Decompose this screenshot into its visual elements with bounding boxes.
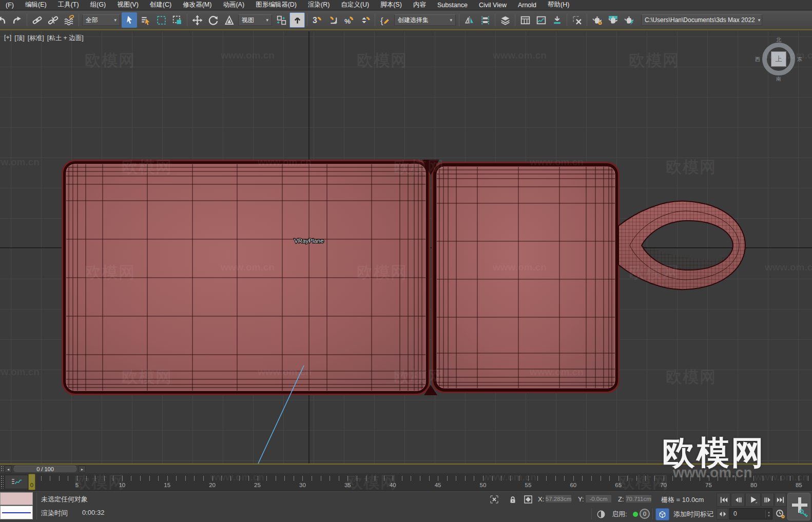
time-slider-gripper[interactable] bbox=[1, 466, 4, 472]
menu-item-7[interactable]: 动画(A) bbox=[217, 1, 250, 9]
ruler-tick bbox=[573, 476, 574, 481]
snap-toggle-button[interactable]: 3 bbox=[310, 12, 325, 28]
menu-item-10[interactable]: 自定义(U) bbox=[335, 1, 375, 9]
chevron-down-icon[interactable]: ▾ bbox=[263, 17, 268, 23]
window-crossing-toggle[interactable] bbox=[169, 12, 185, 28]
render-production-button[interactable] bbox=[621, 12, 636, 28]
track-bar[interactable]: 0510152025303540455055606570758085 bbox=[0, 473, 812, 491]
x-coord-field[interactable]: 57.283cm bbox=[545, 494, 572, 503]
material-editor-button[interactable] bbox=[569, 12, 585, 28]
ruler-tick bbox=[745, 476, 745, 481]
viewport-label-segment-3[interactable]: [粘土 + 边面] bbox=[47, 34, 84, 43]
previous-frame-button[interactable] bbox=[731, 493, 745, 507]
select-move-button[interactable] bbox=[189, 12, 205, 28]
menu-item-1[interactable]: 编辑(E) bbox=[20, 1, 52, 9]
time-tag-cube-button[interactable] bbox=[655, 508, 669, 520]
isolate-selection-button[interactable] bbox=[488, 494, 501, 505]
select-object-button[interactable] bbox=[122, 12, 137, 28]
viewcube[interactable]: 上 北 南 西 东 bbox=[760, 41, 797, 78]
ruler-tick bbox=[790, 476, 790, 481]
menu-item-9[interactable]: 渲染(R) bbox=[302, 1, 335, 9]
percent-snap-button[interactable]: % bbox=[341, 12, 357, 28]
unlink-button[interactable] bbox=[45, 12, 61, 28]
layer-manager-button[interactable] bbox=[497, 12, 513, 28]
board-left-panel[interactable] bbox=[62, 160, 430, 395]
selection-lock-icon[interactable] bbox=[507, 494, 518, 505]
viewport-top[interactable]: VRayPlane [+][顶][标准][粘土 + 边面] 上 北 南 西 东 bbox=[0, 31, 812, 463]
play-button[interactable] bbox=[745, 493, 761, 507]
status-separator bbox=[36, 493, 37, 519]
render-setup-button[interactable] bbox=[589, 12, 605, 28]
toolbar-separator bbox=[375, 14, 375, 26]
viewcube-top-face[interactable]: 上 bbox=[771, 51, 786, 67]
rect-selection-region-button[interactable] bbox=[153, 12, 169, 28]
select-scale-button[interactable] bbox=[221, 12, 237, 28]
menu-item-8[interactable]: 图形编辑器(D) bbox=[250, 1, 302, 9]
bind-spacewarp-button[interactable] bbox=[61, 12, 76, 28]
menu-item-11[interactable]: 脚本(S) bbox=[375, 1, 408, 9]
ruler-tick bbox=[519, 476, 519, 481]
spinner-snap-button[interactable] bbox=[357, 12, 373, 28]
go-to-end-button[interactable] bbox=[775, 493, 786, 507]
y-coord-field[interactable]: -0.0cm bbox=[585, 494, 612, 503]
edit-named-sets-button[interactable]: { bbox=[377, 12, 393, 28]
viewport-label-segment-1[interactable]: [顶] bbox=[14, 34, 24, 43]
adaptive-degradation-icon[interactable] bbox=[595, 509, 607, 519]
maxscript-listener[interactable] bbox=[0, 506, 33, 519]
track-bar-gripper[interactable] bbox=[1, 475, 4, 489]
time-slider-next-button[interactable]: ▸ bbox=[79, 466, 86, 473]
chevron-down-icon[interactable]: ▾ bbox=[755, 17, 761, 23]
menu-item-5[interactable]: 创建(C) bbox=[144, 1, 177, 9]
chevron-down-icon[interactable]: ▾ bbox=[111, 17, 117, 23]
set-key-button[interactable] bbox=[787, 493, 810, 520]
undo-button[interactable] bbox=[0, 12, 9, 28]
next-frame-button[interactable] bbox=[761, 493, 774, 507]
maxscript-macro-recorder[interactable] bbox=[0, 492, 33, 505]
rendered-frame-window-button[interactable] bbox=[605, 12, 621, 28]
viewport-label-segment-2[interactable]: [标准] bbox=[28, 34, 44, 43]
menu-item-3[interactable]: 组(G) bbox=[85, 1, 112, 9]
handle-loop[interactable] bbox=[618, 201, 745, 289]
selection-filter-dropdown[interactable]: 全部▾ bbox=[82, 14, 120, 26]
frame-spinner[interactable]: ▲▼ bbox=[765, 510, 772, 518]
ruler-tick bbox=[77, 476, 78, 481]
board-right-panel[interactable] bbox=[432, 162, 620, 393]
angle-snap-button[interactable] bbox=[325, 12, 341, 28]
align-button[interactable] bbox=[477, 12, 493, 28]
time-slider-prev-button[interactable]: ◂ bbox=[5, 466, 12, 473]
scene-explorer-button[interactable] bbox=[517, 12, 533, 28]
menu-item-6[interactable]: 修改器(M) bbox=[177, 1, 217, 9]
counter-badge[interactable]: 0 bbox=[640, 509, 650, 519]
absolute-offset-toggle[interactable] bbox=[521, 494, 535, 505]
z-coord-field[interactable]: 70.711cm bbox=[625, 494, 652, 503]
project-folder-field[interactable]: C:\Users\Han\Documents\3ds Max 2022▾ bbox=[641, 14, 762, 26]
key-mode-toggle[interactable] bbox=[717, 508, 728, 519]
named-sets-dropdown[interactable]: 创建选择集▾ bbox=[394, 14, 456, 26]
menu-item-15[interactable]: Arnold bbox=[512, 2, 542, 9]
reference-coord-dropdown[interactable]: 视图▾ bbox=[238, 14, 272, 26]
add-time-tag-text[interactable]: 添加时间标记 bbox=[673, 510, 713, 519]
use-pivot-center-button[interactable] bbox=[274, 12, 289, 28]
current-frame-field[interactable]: 0 ▲▼ bbox=[729, 508, 772, 519]
viewport-label-segment-0[interactable]: [+] bbox=[4, 34, 11, 43]
time-configuration-button[interactable] bbox=[774, 508, 786, 519]
mirror-button[interactable] bbox=[461, 12, 477, 28]
ruler-tick bbox=[41, 476, 42, 481]
time-slider-field[interactable]: 0 / 100 bbox=[13, 466, 78, 473]
select-by-name-button[interactable] bbox=[138, 12, 153, 28]
menu-item-13[interactable]: Substance bbox=[432, 2, 473, 9]
redo-button[interactable] bbox=[9, 12, 25, 28]
menu-item-12[interactable]: 内容 bbox=[408, 1, 432, 9]
menu-item-2[interactable]: 工具(T) bbox=[52, 1, 85, 9]
chevron-down-icon[interactable]: ▾ bbox=[447, 17, 452, 23]
go-to-start-button[interactable] bbox=[717, 493, 730, 507]
curve-editor-button[interactable] bbox=[533, 12, 549, 28]
select-rotate-button[interactable] bbox=[205, 12, 221, 28]
schematic-view-button[interactable] bbox=[549, 12, 565, 28]
menu-item-4[interactable]: 视图(V) bbox=[111, 1, 144, 9]
menu-item-0[interactable]: (F) bbox=[0, 2, 20, 9]
menu-item-16[interactable]: 帮助(H) bbox=[542, 1, 575, 9]
link-button[interactable] bbox=[29, 12, 45, 28]
select-place-button[interactable] bbox=[289, 12, 305, 28]
menu-item-14[interactable]: Civil View bbox=[473, 2, 512, 9]
